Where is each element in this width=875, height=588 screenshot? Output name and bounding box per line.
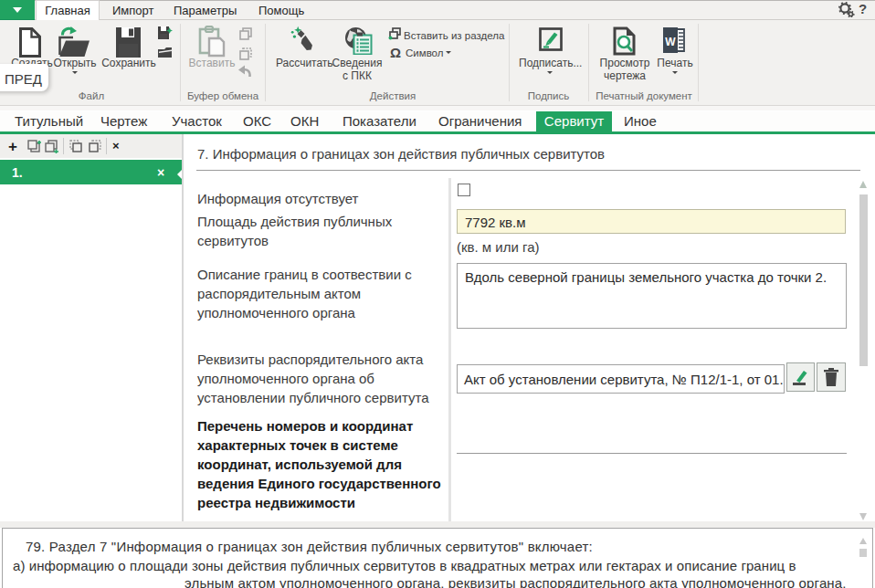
svg-text:W: W: [665, 36, 676, 48]
